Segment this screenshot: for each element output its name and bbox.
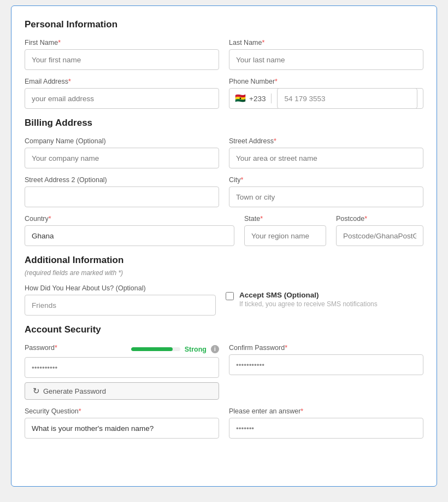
security-question-row: Security Question* What is your mother's… [25,407,423,439]
confirm-password-input[interactable] [229,354,423,375]
phone-label: Phone Number* [229,78,423,85]
security-question-field: Security Question* What is your mother's… [25,407,219,439]
password-row: Password* Strong i ↻ Generate Password C… [25,344,423,400]
phone-flag-icon: 🇬🇭 [235,94,246,103]
country-field: Country* [25,215,234,246]
first-name-label: First Name* [25,39,219,46]
sms-checkbox[interactable] [226,292,234,300]
password-label-row: Password* Strong i [25,344,219,354]
strength-bar [131,347,180,351]
email-phone-row: Email Address* Phone Number* 🇬🇭 +233 [25,78,423,109]
email-label: Email Address* [25,78,219,85]
security-answer-field: Please enter an answer* [229,407,423,439]
company-label: Company Name (Optional) [25,137,219,145]
company-field: Company Name (Optional) [25,137,219,168]
generate-password-button[interactable]: ↻ Generate Password [25,382,219,400]
strength-fill [131,347,173,351]
street-label: Street Address* [229,137,423,145]
answer-input[interactable] [229,418,423,439]
country-state-post-row: Country* State* Postcode* [25,215,423,246]
city-label: City* [229,176,423,184]
additional-title: Additional Information [25,255,423,266]
last-name-input[interactable] [229,49,423,70]
sms-label: Accept SMS (Optional) [239,291,378,299]
street2-input[interactable] [25,186,219,207]
additional-note: (required fields are marked with *) [25,269,423,277]
answer-label: Please enter an answer* [229,407,423,415]
info-icon[interactable]: i [211,345,219,353]
name-row: First Name* Last Name* [25,39,423,70]
how-sms-row: How Did You Hear About Us? (Optional) Fr… [25,284,423,316]
street-field: Street Address* [229,137,423,168]
postcode-input[interactable] [336,225,423,246]
first-name-field: First Name* [25,39,219,70]
street2-city-row: Street Address 2 (Optional) City* [25,176,423,207]
strength-label: Strong [185,346,207,353]
country-input[interactable] [25,225,234,246]
confirm-label: Confirm Password* [229,344,423,352]
refresh-icon: ↻ [33,386,40,396]
street-input[interactable] [229,148,423,168]
sms-field: Accept SMS (Optional) If ticked, you agr… [226,284,423,308]
last-name-field: Last Name* [229,39,423,70]
form-container: Personal Information First Name* Last Na… [11,5,437,487]
how-select[interactable]: Friends Google Social Media Other [25,295,216,316]
email-input[interactable] [25,88,219,109]
personal-info-title: Personal Information [25,19,423,30]
how-field: How Did You Hear About Us? (Optional) Fr… [25,284,216,316]
last-name-label: Last Name* [229,39,423,46]
state-input[interactable] [244,225,326,246]
phone-field-container: Phone Number* 🇬🇭 +233 [229,78,423,109]
security-title: Account Security [25,324,423,335]
state-label: State* [244,215,326,223]
first-name-input[interactable] [25,49,219,70]
phone-code: +233 [249,95,266,103]
password-input[interactable] [25,357,219,378]
billing-title: Billing Address [25,118,423,129]
sms-checkbox-row: Accept SMS (Optional) If ticked, you agr… [226,291,423,308]
city-field: City* [229,176,423,207]
password-field: Password* Strong i ↻ Generate Password [25,344,219,400]
security-question-select[interactable]: What is your mother's maiden name? What … [25,418,219,439]
phone-wrapper: 🇬🇭 +233 [229,88,423,109]
state-field: State* [244,215,326,246]
generate-label: Generate Password [43,387,106,395]
company-street-row: Company Name (Optional) Street Address* [25,137,423,168]
postcode-field: Postcode* [336,215,423,246]
password-label: Password* [25,344,57,352]
city-input[interactable] [229,186,423,207]
country-label: Country* [25,215,234,223]
postcode-label: Postcode* [336,215,423,223]
how-label: How Did You Hear About Us? (Optional) [25,284,216,292]
street2-field: Street Address 2 (Optional) [25,176,219,207]
email-field-container: Email Address* [25,78,219,109]
phone-number-input[interactable] [277,88,417,109]
security-question-label: Security Question* [25,407,219,415]
confirm-password-field: Confirm Password* [229,344,423,400]
street2-label: Street Address 2 (Optional) [25,176,219,184]
strength-bar-container: Strong i [131,345,219,353]
company-input[interactable] [25,148,219,168]
sms-sublabel: If ticked, you agree to receive SMS noti… [239,300,378,308]
phone-divider [271,94,272,103]
